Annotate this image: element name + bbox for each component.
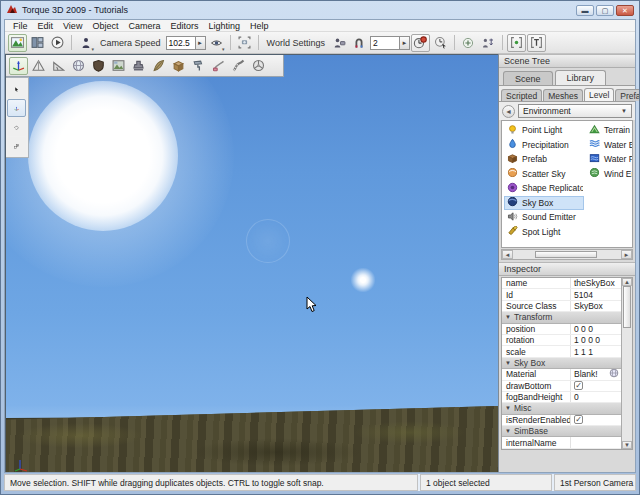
inspector-field-value[interactable]: 5104 bbox=[570, 289, 621, 299]
library-item-sound-emitter[interactable]: Sound Emitter bbox=[504, 210, 584, 225]
move-gizmo-button[interactable] bbox=[7, 99, 26, 117]
subtab-meshes[interactable]: Meshes bbox=[543, 89, 583, 101]
library-item-sky-box[interactable]: Sky Box bbox=[504, 196, 584, 211]
stamp-tool-button[interactable] bbox=[129, 57, 148, 75]
gizmo-tool-button[interactable] bbox=[9, 57, 28, 75]
paint-tool-button[interactable] bbox=[189, 57, 208, 75]
inspector-header: Inspector bbox=[499, 262, 635, 276]
camera-speed-spinner[interactable]: ► bbox=[196, 36, 206, 50]
scroll-up-icon[interactable]: ▲ bbox=[622, 278, 632, 286]
library-item-spot-light[interactable]: Spot Light bbox=[504, 225, 584, 240]
add-object-button[interactable] bbox=[459, 34, 478, 52]
library-hscrollbar[interactable]: ◄ ► bbox=[501, 249, 633, 260]
snap-size-field[interactable]: 2 bbox=[370, 36, 400, 50]
inspector-vscrollbar[interactable]: ▲ ▼ bbox=[621, 278, 632, 449]
scroll-left-icon[interactable]: ◄ bbox=[502, 250, 513, 259]
subtab-scripted[interactable]: Scripted bbox=[501, 89, 542, 101]
hscroll-thumb[interactable] bbox=[535, 251, 597, 258]
protractor-tool-button[interactable] bbox=[49, 57, 68, 75]
drop-at-camera-button[interactable] bbox=[479, 34, 498, 52]
library-item-scatter-sky[interactable]: Scatter Sky bbox=[504, 167, 584, 182]
text-toggle-button[interactable] bbox=[527, 34, 546, 52]
minimize-button[interactable]: ▬ bbox=[576, 5, 594, 16]
camera-speed-field[interactable]: 102.5 bbox=[166, 36, 196, 50]
status-message: Move selection. SHIFT while dragging dup… bbox=[4, 474, 418, 491]
feather-tool-button[interactable] bbox=[149, 57, 168, 75]
camera-person-button[interactable] bbox=[330, 34, 349, 52]
grid-snap-clock-button[interactable] bbox=[411, 34, 430, 52]
category-dropdown[interactable]: Environment ▼ bbox=[518, 104, 632, 118]
scale-gizmo-button[interactable] bbox=[7, 137, 26, 155]
world-editor-button[interactable] bbox=[8, 34, 27, 52]
inspector-field-value[interactable]: 1 0 0 0 bbox=[570, 335, 621, 345]
inspector-group-simbase[interactable]: ▼SimBase bbox=[502, 426, 621, 437]
vscroll-thumb[interactable] bbox=[623, 286, 631, 328]
inspector-field-label: Id bbox=[502, 290, 570, 300]
bounds-toggle-button[interactable] bbox=[507, 34, 526, 52]
road-tool-button[interactable] bbox=[229, 57, 248, 75]
library-item-precipitation[interactable]: Precipitation bbox=[504, 138, 584, 153]
inspector-group-misc[interactable]: ▼Misc bbox=[502, 403, 621, 414]
library-item-shape-replicator[interactable]: Shape Replicator bbox=[504, 181, 584, 196]
inspector-field-value[interactable]: 0 bbox=[570, 392, 621, 402]
subtab-level[interactable]: Level bbox=[584, 88, 614, 101]
menu-item-object[interactable]: Object bbox=[87, 21, 123, 31]
close-button[interactable]: ✕ bbox=[616, 5, 634, 16]
editor-tools-toolbar bbox=[6, 55, 284, 77]
subtab-prefabs[interactable]: Prefabs bbox=[615, 89, 640, 101]
select-arrow-button[interactable] bbox=[7, 80, 26, 98]
inspector-field-value[interactable]: theSkyBox bbox=[570, 278, 621, 288]
globe-icon[interactable] bbox=[609, 369, 619, 379]
inspector-group-sky-box[interactable]: ▼Sky Box bbox=[502, 358, 621, 369]
snap-size-spinner[interactable]: ► bbox=[400, 36, 410, 50]
box-tool-button[interactable] bbox=[169, 57, 188, 75]
isrenderenabled-checkbox[interactable]: ✓ bbox=[574, 415, 583, 424]
inspector-field-value[interactable]: 0 0 0 bbox=[570, 324, 621, 334]
inspector-field-value[interactable]: 1 1 1 bbox=[570, 346, 621, 356]
play-button[interactable] bbox=[48, 34, 67, 52]
snap-magnet-button[interactable] bbox=[350, 34, 369, 52]
menu-item-camera[interactable]: Camera bbox=[123, 21, 165, 31]
wheel-tool-button[interactable] bbox=[249, 57, 268, 75]
scroll-down-icon[interactable]: ▼ bbox=[622, 441, 632, 449]
water-block-icon bbox=[589, 138, 600, 151]
library-item-water-pla[interactable]: Water Pla bbox=[586, 152, 633, 167]
soft-snap-clock-button[interactable] bbox=[431, 34, 450, 52]
drawbottom-checkbox[interactable]: ✓ bbox=[574, 381, 583, 390]
scroll-right-icon[interactable]: ► bbox=[621, 250, 632, 259]
inspector-field-value[interactable]: SkyBox bbox=[570, 301, 621, 311]
inspector-field-value[interactable]: ✓ bbox=[570, 381, 621, 391]
library-item-prefab[interactable]: Prefab bbox=[504, 152, 584, 167]
inspector-field-value[interactable]: ✓ bbox=[570, 415, 621, 425]
library-item-wind-emit[interactable]: Wind Emit bbox=[586, 167, 633, 182]
tab-library[interactable]: Library bbox=[555, 70, 607, 85]
globe-tool-button[interactable] bbox=[69, 57, 88, 75]
gui-editor-button[interactable] bbox=[28, 34, 47, 52]
library-item-water-blo[interactable]: Water Blo bbox=[586, 138, 633, 153]
tab-scene[interactable]: Scene bbox=[503, 71, 553, 85]
back-button[interactable]: ◄ bbox=[502, 105, 515, 118]
menu-item-lighting[interactable]: Lighting bbox=[203, 21, 245, 31]
prism-tool-button[interactable] bbox=[29, 57, 48, 75]
library-item-point-light[interactable]: Point Light bbox=[504, 123, 584, 138]
visibility-eye-button[interactable]: ▾ bbox=[207, 34, 226, 52]
menu-item-view[interactable]: View bbox=[58, 21, 87, 31]
library-item-terrain-bl[interactable]: Terrain Bl bbox=[586, 123, 633, 138]
inspector-field-value[interactable]: Blank! bbox=[570, 369, 621, 379]
menu-item-edit[interactable]: Edit bbox=[33, 21, 59, 31]
rotate-gizmo-button[interactable] bbox=[7, 118, 26, 136]
library-item-label: Sky Box bbox=[522, 198, 553, 208]
title-bar[interactable]: Torque 3D 2009 - Tutorials ▬ ▢ ✕ bbox=[1, 1, 639, 19]
inspector-field-value[interactable] bbox=[570, 437, 621, 447]
menu-item-file[interactable]: File bbox=[8, 21, 33, 31]
inspector-group-transform[interactable]: ▼Transform bbox=[502, 312, 621, 323]
menu-item-help[interactable]: Help bbox=[245, 21, 274, 31]
eraser-tool-button[interactable] bbox=[209, 57, 228, 75]
viewport-3d[interactable] bbox=[5, 54, 498, 472]
player-camera-button[interactable]: ▾ bbox=[76, 34, 95, 52]
terrain-tool-button[interactable] bbox=[109, 57, 128, 75]
snapshot-camera-button[interactable] bbox=[235, 34, 254, 52]
shield-tool-button[interactable] bbox=[89, 57, 108, 75]
maximize-button[interactable]: ▢ bbox=[596, 5, 614, 16]
menu-item-editors[interactable]: Editors bbox=[165, 21, 203, 31]
